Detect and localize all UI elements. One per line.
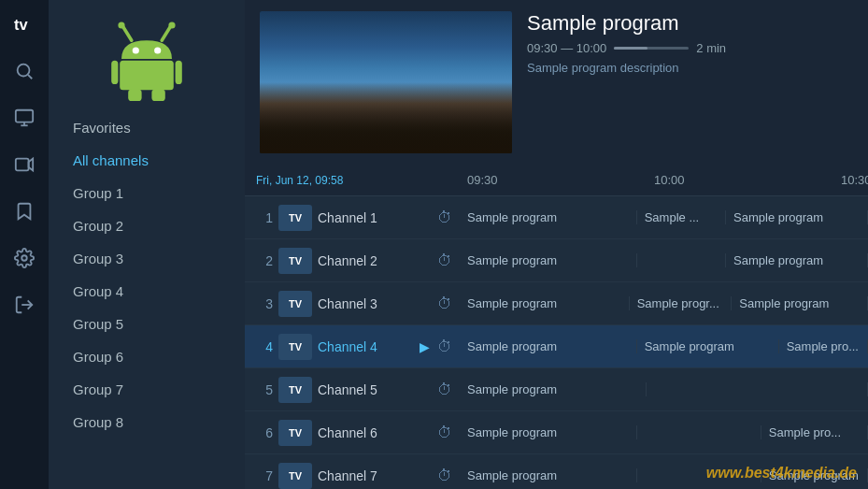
channel-name-3: Channel 3 (318, 296, 432, 311)
preview-progress-fill (614, 47, 647, 50)
program-cell-5-0[interactable]: Sample program (460, 382, 647, 396)
timeline-slot-2: 10:30 (833, 173, 868, 187)
display-icon[interactable] (9, 103, 39, 133)
preview-title: Sample program (527, 11, 853, 36)
record-icon-4[interactable]: ⏱ (437, 338, 452, 355)
channel-name-7: Channel 7 (318, 468, 432, 483)
epg-row-4: 4 TV Channel 4 ▶ ⏱ Sample program Sample… (245, 325, 868, 368)
sidebar-item-group-6[interactable]: Group 6 (64, 341, 230, 372)
sidebar-item-favorites[interactable]: Favorites (64, 112, 230, 143)
channel-info-4[interactable]: 4 TV Channel 4 ▶ ⏱ (245, 334, 460, 360)
sidebar-item-group-2[interactable]: Group 2 (64, 210, 230, 241)
sidebar-nav: Favorites All channels Group 1 Group 2 G… (49, 112, 245, 438)
program-cell-2-1[interactable] (637, 253, 726, 267)
record-icon-3[interactable]: ⏱ (437, 295, 452, 312)
programs-area-3: Sample program Sample progr... Sample pr… (460, 296, 868, 310)
epg-row-7: 7 TV Channel 7 ⏱ Sample program Sample p… (245, 454, 868, 489)
preview-duration: 2 min (696, 41, 726, 55)
channel-icon-7: TV (278, 463, 312, 489)
record-icon-5[interactable]: ⏱ (437, 381, 452, 398)
program-cell-4-2[interactable]: Sample pro... (779, 339, 868, 353)
channel-num-2: 2 (252, 253, 273, 268)
program-cell-7-0[interactable]: Sample program (460, 468, 637, 482)
preview-time-range: 09:30 — 10:00 (527, 41, 606, 55)
epg-row-6: 6 TV Channel 6 ⏱ Sample program Sample p… (245, 411, 868, 454)
settings-icon[interactable] (9, 243, 39, 273)
program-cell-1-0[interactable]: Sample program (460, 210, 637, 224)
channel-info-7[interactable]: 7 TV Channel 7 ⏱ (245, 463, 460, 489)
logout-icon[interactable] (9, 290, 39, 320)
program-cell-6-2[interactable]: Sample pro... (761, 425, 868, 439)
sidebar-item-group-8[interactable]: Group 8 (64, 407, 230, 438)
timeline-slot-0: 09:30 (460, 173, 647, 187)
channel-icon-1: TV (278, 205, 312, 231)
timeline-slot-1: 10:00 (647, 173, 833, 187)
sidebar-item-group-1[interactable]: Group 1 (64, 178, 230, 209)
program-cell-1-2[interactable]: Sample program (726, 210, 868, 224)
epg-container: Fri, Jun 12, 09:58 09:30 10:00 10:30 1 T… (245, 165, 868, 489)
program-cell-7-1[interactable] (637, 468, 761, 482)
channel-icon-6: TV (278, 420, 312, 446)
channel-name-6: Channel 6 (318, 425, 432, 440)
channel-icon-4: TV (278, 334, 312, 360)
preview-area: Sample program 09:30 — 10:00 2 min Sampl… (245, 0, 868, 165)
preview-description: Sample program description (527, 61, 853, 75)
record-icon-2[interactable]: ⏱ (437, 252, 452, 269)
program-cell-6-1[interactable] (637, 425, 761, 439)
record-icon-1[interactable]: ⏱ (437, 209, 452, 226)
svg-rect-18 (176, 61, 182, 84)
program-cell-2-0[interactable]: Sample program (460, 253, 637, 267)
channel-info-3[interactable]: 3 TV Channel 3 ⏱ (245, 291, 460, 317)
programs-area-5: Sample program (460, 382, 868, 396)
channel-icon-5: TV (278, 377, 312, 403)
program-cell-6-0[interactable]: Sample program (460, 425, 637, 439)
sidebar-item-group-3[interactable]: Group 3 (64, 243, 230, 274)
channel-info-2[interactable]: 2 TV Channel 2 ⏱ (245, 248, 460, 274)
search-icon[interactable] (9, 56, 39, 86)
program-cell-7-2[interactable]: Sample program (761, 468, 868, 482)
channel-name-4: Channel 4 (318, 339, 414, 354)
epg-row-3: 3 TV Channel 3 ⏱ Sample program Sample p… (245, 282, 868, 325)
tv-icon[interactable]: tv (9, 9, 39, 39)
channel-num-4: 4 (252, 339, 273, 354)
program-cell-5-1[interactable] (647, 382, 868, 396)
sidebar-item-all-channels[interactable]: All channels (64, 145, 230, 176)
main-content: Sample program 09:30 — 10:00 2 min Sampl… (245, 0, 868, 489)
preview-info: Sample program 09:30 — 10:00 2 min Sampl… (527, 11, 853, 75)
program-cell-3-0[interactable]: Sample program (460, 296, 630, 310)
sidebar-item-group-4[interactable]: Group 4 (64, 276, 230, 307)
svg-rect-19 (128, 89, 141, 101)
thumbnail-image (260, 11, 512, 153)
channel-info-1[interactable]: 1 TV Channel 1 ⏱ (245, 205, 460, 231)
epg-row-5: 5 TV Channel 5 ⏱ Sample program (245, 368, 868, 411)
preview-thumbnail (260, 11, 512, 153)
channel-info-6[interactable]: 6 TV Channel 6 ⏱ (245, 420, 460, 446)
timeline-header: Fri, Jun 12, 09:58 09:30 10:00 10:30 (245, 165, 868, 196)
program-cell-3-2[interactable]: Sample program (732, 296, 868, 310)
program-cell-4-0[interactable]: Sample program (460, 339, 637, 353)
svg-rect-6 (16, 159, 29, 171)
program-cell-3-1[interactable]: Sample progr... (630, 296, 733, 310)
program-cell-4-1[interactable]: Sample program (637, 339, 779, 353)
channel-name-2: Channel 2 (318, 253, 432, 268)
svg-point-1 (18, 65, 30, 77)
epg-row-2: 2 TV Channel 2 ⏱ Sample program Sample p… (245, 239, 868, 282)
svg-rect-16 (120, 61, 174, 91)
video-icon[interactable] (9, 150, 39, 180)
svg-text:tv: tv (14, 16, 28, 33)
sidebar-item-group-7[interactable]: Group 7 (64, 374, 230, 405)
svg-point-14 (133, 47, 139, 53)
program-cell-2-2[interactable]: Sample program (726, 253, 868, 267)
sidebar-item-group-5[interactable]: Group 5 (64, 309, 230, 339)
programs-area-6: Sample program Sample pro... (460, 425, 868, 439)
bookmark-icon[interactable] (9, 196, 39, 226)
record-icon-7[interactable]: ⏱ (437, 467, 452, 484)
svg-line-2 (28, 75, 32, 79)
record-icon-6[interactable]: ⏱ (437, 424, 452, 441)
svg-line-10 (123, 27, 132, 40)
channel-num-1: 1 (252, 210, 273, 225)
channel-info-5[interactable]: 5 TV Channel 5 ⏱ (245, 377, 460, 403)
svg-point-8 (21, 255, 27, 261)
program-cell-1-1[interactable]: Sample ... (637, 210, 726, 224)
sidebar: Favorites All channels Group 1 Group 2 G… (49, 0, 245, 489)
